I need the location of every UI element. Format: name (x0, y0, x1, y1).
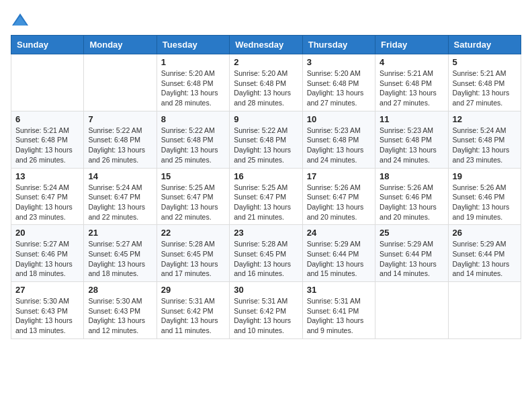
calendar-cell: 30Sunrise: 5:31 AM Sunset: 6:42 PM Dayli… (230, 282, 302, 339)
calendar-cell: 25Sunrise: 5:29 AM Sunset: 6:44 PM Dayli… (375, 225, 448, 282)
calendar-header-row: SundayMondayTuesdayWednesdayThursdayFrid… (11, 36, 521, 54)
calendar-cell: 22Sunrise: 5:28 AM Sunset: 6:45 PM Dayli… (157, 225, 229, 282)
calendar-cell: 4Sunrise: 5:21 AM Sunset: 6:48 PM Daylig… (375, 54, 448, 111)
day-number: 26 (453, 228, 517, 238)
day-info: Sunrise: 5:28 AM Sunset: 6:45 PM Dayligh… (234, 239, 298, 279)
calendar-cell: 21Sunrise: 5:27 AM Sunset: 6:45 PM Dayli… (84, 225, 157, 282)
calendar-week-row: 27Sunrise: 5:30 AM Sunset: 6:43 PM Dayli… (11, 282, 521, 339)
day-number: 8 (161, 114, 225, 124)
day-info: Sunrise: 5:21 AM Sunset: 6:48 PM Dayligh… (15, 126, 79, 165)
day-number: 3 (307, 57, 371, 67)
day-info: Sunrise: 5:27 AM Sunset: 6:45 PM Dayligh… (88, 239, 152, 279)
day-info: Sunrise: 5:21 AM Sunset: 6:48 PM Dayligh… (453, 68, 517, 108)
day-header-saturday: Saturday (448, 36, 521, 54)
day-info: Sunrise: 5:23 AM Sunset: 6:48 PM Dayligh… (307, 126, 371, 165)
calendar-cell: 12Sunrise: 5:24 AM Sunset: 6:48 PM Dayli… (448, 111, 521, 168)
day-number: 16 (234, 171, 298, 181)
day-info: Sunrise: 5:20 AM Sunset: 6:48 PM Dayligh… (161, 68, 225, 108)
day-info: Sunrise: 5:26 AM Sunset: 6:47 PM Dayligh… (307, 183, 371, 222)
day-number: 19 (453, 171, 517, 181)
calendar-week-row: 20Sunrise: 5:27 AM Sunset: 6:46 PM Dayli… (11, 225, 521, 282)
day-number: 30 (234, 285, 298, 295)
calendar-cell: 5Sunrise: 5:21 AM Sunset: 6:48 PM Daylig… (448, 54, 521, 111)
calendar-cell: 24Sunrise: 5:29 AM Sunset: 6:44 PM Dayli… (302, 225, 375, 282)
day-number: 27 (15, 285, 79, 295)
day-number: 21 (88, 228, 152, 238)
day-info: Sunrise: 5:29 AM Sunset: 6:44 PM Dayligh… (453, 239, 517, 279)
calendar-cell: 14Sunrise: 5:24 AM Sunset: 6:47 PM Dayli… (84, 168, 157, 225)
day-info: Sunrise: 5:27 AM Sunset: 6:46 PM Dayligh… (15, 239, 79, 279)
day-info: Sunrise: 5:26 AM Sunset: 6:46 PM Dayligh… (380, 183, 443, 222)
day-info: Sunrise: 5:29 AM Sunset: 6:44 PM Dayligh… (307, 239, 371, 279)
page-header (11, 11, 521, 30)
day-number: 5 (453, 57, 517, 67)
day-info: Sunrise: 5:30 AM Sunset: 6:43 PM Dayligh… (88, 296, 152, 336)
day-number: 15 (161, 171, 225, 181)
logo (11, 11, 32, 30)
day-number: 22 (161, 228, 225, 238)
calendar-cell: 10Sunrise: 5:23 AM Sunset: 6:48 PM Dayli… (302, 111, 375, 168)
day-number: 6 (15, 114, 79, 124)
day-info: Sunrise: 5:20 AM Sunset: 6:48 PM Dayligh… (234, 68, 298, 108)
logo-icon (11, 11, 30, 30)
day-info: Sunrise: 5:31 AM Sunset: 6:42 PM Dayligh… (234, 296, 298, 336)
day-number: 10 (307, 114, 371, 124)
calendar-cell: 3Sunrise: 5:20 AM Sunset: 6:48 PM Daylig… (302, 54, 375, 111)
calendar-cell: 29Sunrise: 5:31 AM Sunset: 6:42 PM Dayli… (157, 282, 229, 339)
calendar-cell: 8Sunrise: 5:22 AM Sunset: 6:48 PM Daylig… (157, 111, 229, 168)
day-info: Sunrise: 5:22 AM Sunset: 6:48 PM Dayligh… (88, 126, 152, 165)
calendar-cell: 6Sunrise: 5:21 AM Sunset: 6:48 PM Daylig… (11, 111, 84, 168)
day-info: Sunrise: 5:30 AM Sunset: 6:43 PM Dayligh… (15, 296, 79, 336)
day-info: Sunrise: 5:29 AM Sunset: 6:44 PM Dayligh… (380, 239, 443, 279)
day-info: Sunrise: 5:28 AM Sunset: 6:45 PM Dayligh… (161, 239, 225, 279)
calendar-cell (375, 282, 448, 339)
day-number: 20 (15, 228, 79, 238)
calendar-cell: 1Sunrise: 5:20 AM Sunset: 6:48 PM Daylig… (157, 54, 229, 111)
calendar-cell (448, 282, 521, 339)
day-number: 2 (234, 57, 298, 67)
day-info: Sunrise: 5:31 AM Sunset: 6:41 PM Dayligh… (307, 296, 371, 336)
day-number: 4 (380, 57, 443, 67)
calendar-week-row: 13Sunrise: 5:24 AM Sunset: 6:47 PM Dayli… (11, 168, 521, 225)
calendar-table: SundayMondayTuesdayWednesdayThursdayFrid… (11, 35, 521, 339)
calendar-cell: 15Sunrise: 5:25 AM Sunset: 6:47 PM Dayli… (157, 168, 229, 225)
day-info: Sunrise: 5:25 AM Sunset: 6:47 PM Dayligh… (161, 183, 225, 222)
day-number: 23 (234, 228, 298, 238)
day-info: Sunrise: 5:26 AM Sunset: 6:46 PM Dayligh… (453, 183, 517, 222)
calendar-cell: 17Sunrise: 5:26 AM Sunset: 6:47 PM Dayli… (302, 168, 375, 225)
day-number: 29 (161, 285, 225, 295)
day-number: 12 (453, 114, 517, 124)
day-number: 25 (380, 228, 443, 238)
calendar-week-row: 6Sunrise: 5:21 AM Sunset: 6:48 PM Daylig… (11, 111, 521, 168)
calendar-cell: 26Sunrise: 5:29 AM Sunset: 6:44 PM Dayli… (448, 225, 521, 282)
calendar-cell: 9Sunrise: 5:22 AM Sunset: 6:48 PM Daylig… (230, 111, 302, 168)
day-info: Sunrise: 5:23 AM Sunset: 6:48 PM Dayligh… (380, 126, 443, 165)
day-number: 1 (161, 57, 225, 67)
calendar-cell: 16Sunrise: 5:25 AM Sunset: 6:47 PM Dayli… (230, 168, 302, 225)
day-number: 13 (15, 171, 79, 181)
calendar-cell: 19Sunrise: 5:26 AM Sunset: 6:46 PM Dayli… (448, 168, 521, 225)
calendar-cell: 18Sunrise: 5:26 AM Sunset: 6:46 PM Dayli… (375, 168, 448, 225)
day-info: Sunrise: 5:31 AM Sunset: 6:42 PM Dayligh… (161, 296, 225, 336)
calendar-cell: 7Sunrise: 5:22 AM Sunset: 6:48 PM Daylig… (84, 111, 157, 168)
day-header-sunday: Sunday (11, 36, 84, 54)
calendar-cell: 31Sunrise: 5:31 AM Sunset: 6:41 PM Dayli… (302, 282, 375, 339)
day-info: Sunrise: 5:24 AM Sunset: 6:48 PM Dayligh… (453, 126, 517, 165)
day-header-wednesday: Wednesday (230, 36, 302, 54)
day-number: 11 (380, 114, 443, 124)
day-header-monday: Monday (84, 36, 157, 54)
day-header-thursday: Thursday (302, 36, 375, 54)
calendar-cell (11, 54, 84, 111)
day-header-friday: Friday (375, 36, 448, 54)
day-number: 24 (307, 228, 371, 238)
calendar-cell: 11Sunrise: 5:23 AM Sunset: 6:48 PM Dayli… (375, 111, 448, 168)
calendar-cell: 27Sunrise: 5:30 AM Sunset: 6:43 PM Dayli… (11, 282, 84, 339)
calendar-cell: 23Sunrise: 5:28 AM Sunset: 6:45 PM Dayli… (230, 225, 302, 282)
day-number: 31 (307, 285, 371, 295)
day-info: Sunrise: 5:24 AM Sunset: 6:47 PM Dayligh… (15, 183, 79, 222)
day-info: Sunrise: 5:22 AM Sunset: 6:48 PM Dayligh… (161, 126, 225, 165)
calendar-week-row: 1Sunrise: 5:20 AM Sunset: 6:48 PM Daylig… (11, 54, 521, 111)
day-number: 17 (307, 171, 371, 181)
calendar-cell (84, 54, 157, 111)
day-number: 7 (88, 114, 152, 124)
